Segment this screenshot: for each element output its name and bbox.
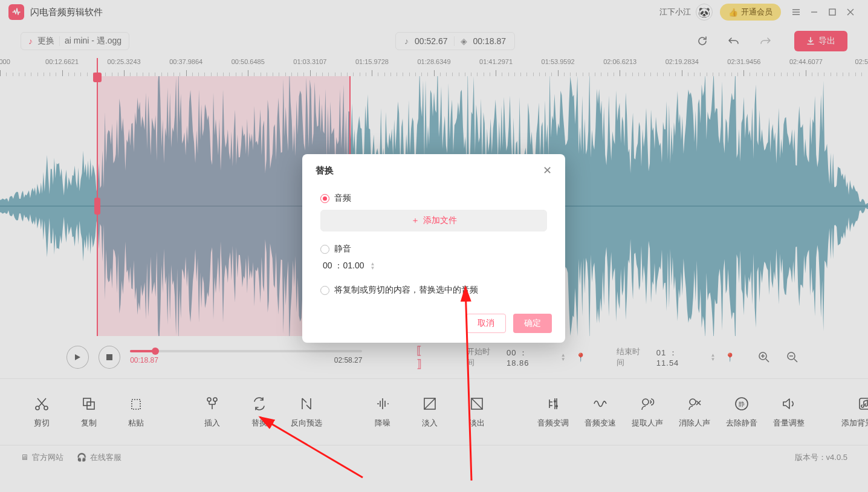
volume-icon xyxy=(781,396,797,412)
ruler-label: 02:19.2834 xyxy=(666,58,699,65)
ruler-label: 01:53.9592 xyxy=(542,58,575,65)
tool-cut[interactable]: 剪切 xyxy=(18,396,65,429)
copy-icon xyxy=(81,396,97,412)
stop-button[interactable] xyxy=(99,346,121,369)
silence-time-stepper[interactable]: ▲▼ xyxy=(371,262,375,270)
bgm-icon xyxy=(857,396,868,412)
end-time-stepper[interactable]: ▲▼ xyxy=(711,353,716,361)
svg-point-14 xyxy=(554,400,556,403)
export-button[interactable]: 导出 xyxy=(794,31,847,51)
app-logo xyxy=(8,4,24,20)
vip-button[interactable]: 👍 开通会员 xyxy=(720,4,781,21)
file-chip[interactable]: ♪ 更换 ai mini - 遇.ogg xyxy=(21,32,129,50)
redo-button[interactable] xyxy=(754,30,776,52)
insert-icon xyxy=(204,396,220,412)
tool-label: 音频变调 xyxy=(537,418,569,429)
avatar[interactable]: 🐼 xyxy=(696,4,713,21)
tool-extract-voice[interactable]: 提取人声 xyxy=(624,396,671,429)
close-icon[interactable]: ✕ xyxy=(543,164,552,177)
tool-label: 插入 xyxy=(204,418,220,429)
music-note-icon: ♪ xyxy=(28,36,33,46)
pin-end-icon[interactable]: 📍 xyxy=(725,352,735,362)
tool-paste[interactable]: 粘贴 xyxy=(112,396,160,429)
current-time: 00:18.87 xyxy=(130,356,158,364)
ruler-label: 00:12.6621 xyxy=(45,58,79,65)
plus-icon: ＋ xyxy=(411,215,419,226)
end-time-label: 结束时间 xyxy=(617,346,647,368)
playhead[interactable] xyxy=(97,58,98,336)
export-label: 导出 xyxy=(818,36,835,47)
play-button[interactable] xyxy=(66,346,89,369)
zoom-out-button[interactable] xyxy=(783,348,802,367)
svg-point-16 xyxy=(643,399,649,405)
ruler-label: 00:25.3243 xyxy=(108,58,141,65)
ruler-label: 01:28.6349 xyxy=(417,58,450,65)
add-file-button[interactable]: ＋添加文件 xyxy=(320,210,547,231)
official-site-link[interactable]: 🖥官方网站 xyxy=(21,452,63,463)
radio-icon xyxy=(320,245,329,254)
voice-remove-icon xyxy=(687,396,702,412)
tool-label: 去除静音 xyxy=(726,418,757,429)
cursor-time: 00:18.87 xyxy=(473,36,507,46)
pin-start-icon[interactable]: 📍 xyxy=(575,352,586,362)
app-title: 闪电音频剪辑软件 xyxy=(30,7,103,18)
tool-insert[interactable]: 插入 xyxy=(189,396,236,429)
tool-remove-voice[interactable]: 消除人声 xyxy=(671,396,718,429)
svg-line-22 xyxy=(465,287,471,481)
file-name: ai mini - 遇.ogg xyxy=(65,36,121,47)
tool-remove-silence[interactable]: 静去除静音 xyxy=(718,396,765,429)
support-link[interactable]: 🎧在线客服 xyxy=(77,452,121,463)
ruler-label: 02:06.6213 xyxy=(603,58,636,65)
svg-point-15 xyxy=(555,405,558,407)
menu-button[interactable] xyxy=(787,3,805,21)
svg-rect-0 xyxy=(829,9,835,15)
tool-volume[interactable]: 音量调整 xyxy=(765,396,812,429)
svg-rect-2 xyxy=(106,354,112,360)
tool-speed[interactable]: 音频变速 xyxy=(577,396,624,429)
start-time-value[interactable]: 00 ：18.86 xyxy=(507,348,549,367)
tool-copy[interactable]: 复制 xyxy=(65,396,112,429)
svg-text:静: 静 xyxy=(739,401,745,407)
svg-point-17 xyxy=(690,399,696,405)
tool-label: 消除人声 xyxy=(679,418,710,429)
zoom-in-button[interactable] xyxy=(754,348,773,367)
change-file-label: 更换 xyxy=(37,36,54,47)
end-time-value[interactable]: 01 ：11.54 xyxy=(656,348,699,367)
headset-icon: 🎧 xyxy=(77,453,86,462)
ruler-label: 00:50.6485 xyxy=(232,58,265,65)
tool-pitch[interactable]: 音频变调 xyxy=(530,396,577,429)
refresh-button[interactable] xyxy=(691,30,713,52)
annotation-arrow xyxy=(459,281,496,489)
paste-icon xyxy=(128,396,144,412)
svg-rect-9 xyxy=(132,400,140,409)
radio-icon xyxy=(320,194,329,203)
undo-button[interactable] xyxy=(723,30,745,52)
ruler-label: 00:37.9864 xyxy=(169,58,202,65)
silence-time-value[interactable]: 00 ：01.00 xyxy=(323,261,364,271)
dialog-title: 替换 xyxy=(316,165,334,176)
maximize-button[interactable] xyxy=(823,3,841,21)
svg-point-11 xyxy=(213,398,217,401)
ruler-label: 02:44.6077 xyxy=(789,58,823,65)
music-note-icon: ♪ xyxy=(404,36,409,46)
tool-label: 剪切 xyxy=(34,418,50,429)
start-time-stepper[interactable]: ▲▼ xyxy=(561,353,566,361)
remove-silence-icon: 静 xyxy=(734,396,750,412)
tool-label: 音量调整 xyxy=(773,418,805,429)
ok-button[interactable]: 确定 xyxy=(513,314,552,333)
scissors-icon xyxy=(34,396,50,412)
progress-knob[interactable] xyxy=(152,348,159,355)
tool-bgm[interactable]: 添加背景音乐 xyxy=(841,396,868,429)
minimize-button[interactable] xyxy=(805,3,823,21)
version: 版本号：v4.0.5 xyxy=(795,452,847,463)
close-button[interactable] xyxy=(841,3,860,21)
svg-line-21 xyxy=(260,417,363,477)
tool-label: 粘贴 xyxy=(128,418,144,429)
user-name[interactable]: 江下小江 xyxy=(659,7,691,18)
pitch-icon xyxy=(545,396,561,412)
option-silence[interactable]: 静音 xyxy=(320,238,547,261)
voice-extract-icon xyxy=(640,396,655,412)
ruler-label: 01:15.9728 xyxy=(355,58,389,65)
shield-icon: ◈ xyxy=(461,36,467,46)
option-audio[interactable]: 音频 xyxy=(320,187,547,210)
